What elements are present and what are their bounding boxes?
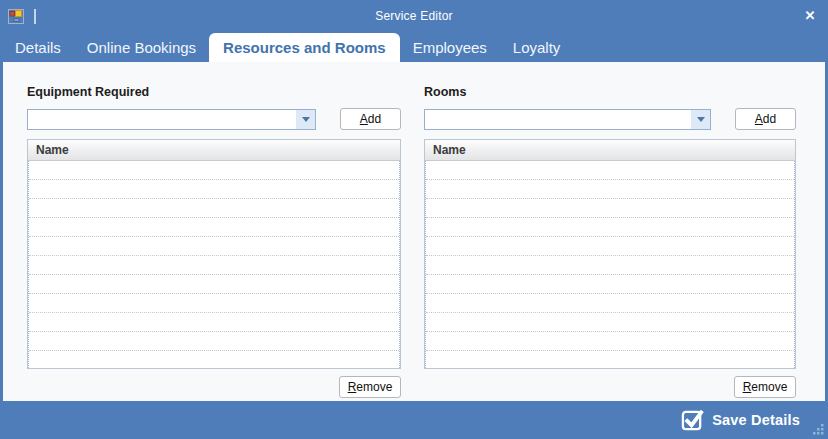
list-row-empty xyxy=(29,294,399,313)
footer-bar: Save Details xyxy=(0,401,828,439)
equipment-list[interactable]: Name xyxy=(27,139,401,369)
list-row-empty xyxy=(426,161,794,180)
list-row-empty xyxy=(29,351,399,369)
tab-resources-and-rooms[interactable]: Resources and Rooms xyxy=(209,33,400,62)
rooms-combobox-value xyxy=(425,110,691,129)
tab-bar: Details Online Bookings Resources and Ro… xyxy=(0,32,828,62)
list-row-empty xyxy=(426,256,794,275)
window-title: Service Editor xyxy=(0,9,828,23)
tab-loyalty[interactable]: Loyalty xyxy=(500,33,574,62)
list-row-empty xyxy=(29,180,399,199)
list-row-empty xyxy=(426,332,794,351)
tab-employees[interactable]: Employees xyxy=(400,33,500,62)
list-row-empty xyxy=(29,332,399,351)
rooms-remove-button[interactable]: Remove xyxy=(734,376,796,398)
list-row-empty xyxy=(426,275,794,294)
service-editor-window: Service Editor ✕ Details Online Bookings… xyxy=(0,0,828,439)
tab-details[interactable]: Details xyxy=(2,33,74,62)
rooms-label: Rooms xyxy=(424,85,796,99)
rooms-combobox[interactable] xyxy=(424,109,711,130)
list-row-empty xyxy=(426,199,794,218)
list-row-empty xyxy=(29,237,399,256)
save-details-label: Save Details xyxy=(712,412,800,428)
resize-grip[interactable] xyxy=(812,423,825,436)
rooms-panel: Rooms Add Name Remove xyxy=(424,85,796,401)
save-details-button[interactable]: Save Details xyxy=(681,408,800,432)
list-row-empty xyxy=(426,294,794,313)
equipment-combobox-value xyxy=(28,110,296,129)
equipment-add-button[interactable]: Add xyxy=(340,108,401,130)
equipment-panel: Equipment Required Add Name Remove xyxy=(27,85,401,401)
list-row-empty xyxy=(426,180,794,199)
checkmark-icon xyxy=(681,408,704,432)
list-row-empty xyxy=(29,256,399,275)
title-bar: Service Editor ✕ xyxy=(0,0,828,32)
list-row-empty xyxy=(426,351,794,369)
rooms-combobox-dropdown-icon[interactable] xyxy=(691,110,710,129)
equipment-list-header-name: Name xyxy=(28,140,400,161)
list-row-empty xyxy=(29,218,399,237)
equipment-remove-button[interactable]: Remove xyxy=(339,376,401,398)
list-row-empty xyxy=(426,237,794,256)
equipment-required-label: Equipment Required xyxy=(27,85,401,99)
list-row-empty xyxy=(426,218,794,237)
rooms-add-button[interactable]: Add xyxy=(735,108,796,130)
rooms-list-body[interactable] xyxy=(425,161,795,369)
equipment-list-body[interactable] xyxy=(28,161,400,369)
list-row-empty xyxy=(29,199,399,218)
list-row-empty xyxy=(29,161,399,180)
tab-online-bookings[interactable]: Online Bookings xyxy=(74,33,209,62)
equipment-combobox-dropdown-icon[interactable] xyxy=(296,110,315,129)
tab-content-resources-and-rooms: Equipment Required Add Name Remove Rooms xyxy=(0,62,828,401)
equipment-combobox[interactable] xyxy=(27,109,316,130)
rooms-list-header-name: Name xyxy=(425,140,795,161)
close-icon[interactable]: ✕ xyxy=(801,7,819,25)
rooms-list[interactable]: Name xyxy=(424,139,796,369)
list-row-empty xyxy=(426,313,794,332)
list-row-empty xyxy=(29,313,399,332)
list-row-empty xyxy=(29,275,399,294)
